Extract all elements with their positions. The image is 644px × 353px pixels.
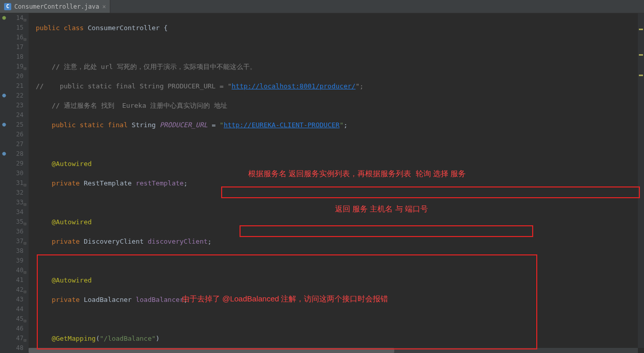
override-icon[interactable] xyxy=(1,92,7,99)
fold-icon[interactable]: ⊟ xyxy=(22,336,28,341)
annotation-box xyxy=(221,186,640,198)
override-icon[interactable] xyxy=(1,122,7,128)
code-editor[interactable]: 14⊟ 15 16⊟ 17 18 19⊟ 20 21 22 23 24 25 2… xyxy=(0,13,644,353)
fold-icon[interactable]: ⊟ xyxy=(22,287,28,292)
fold-icon[interactable]: ⊟ xyxy=(22,219,28,224)
fold-icon[interactable]: ⊟ xyxy=(22,200,28,205)
marker-warning[interactable] xyxy=(639,75,643,76)
marker-warning[interactable] xyxy=(639,29,643,30)
fold-icon[interactable]: ⊟ xyxy=(22,35,28,40)
fold-icon[interactable]: ⊟ xyxy=(22,180,28,185)
fold-icon[interactable]: ⊟ xyxy=(22,15,28,20)
annotation-box xyxy=(240,225,533,237)
fold-icon[interactable]: ⊟ xyxy=(22,64,28,69)
override-icon[interactable] xyxy=(1,151,7,157)
fold-icon[interactable]: ⊟ xyxy=(22,268,28,273)
fold-icon[interactable]: ⊟ xyxy=(22,316,28,321)
implements-icon[interactable] xyxy=(1,15,7,21)
tab-label: ConsumerController.java xyxy=(14,3,99,10)
java-class-icon: C xyxy=(4,3,11,10)
file-tab[interactable]: C ConsumerController.java × xyxy=(0,0,110,13)
scrollbar-thumb[interactable] xyxy=(29,348,394,353)
close-icon[interactable]: × xyxy=(102,3,106,10)
code-area[interactable]: public class ConsumerController { // 注意，… xyxy=(29,13,644,353)
marker-warning[interactable] xyxy=(639,54,643,56)
vertical-scrollbar[interactable] xyxy=(638,13,644,348)
tab-bar: C ConsumerController.java × xyxy=(0,0,644,13)
fold-icon[interactable]: ⊟ xyxy=(22,239,28,244)
annotation-text: 根据服务名 返回服务实例列表，再根据服务列表 轮询 选择 服务 xyxy=(248,169,466,178)
horizontal-scrollbar[interactable] xyxy=(29,348,638,353)
gutter: 14⊟ 15 16⊟ 17 18 19⊟ 20 21 22 23 24 25 2… xyxy=(0,13,29,353)
